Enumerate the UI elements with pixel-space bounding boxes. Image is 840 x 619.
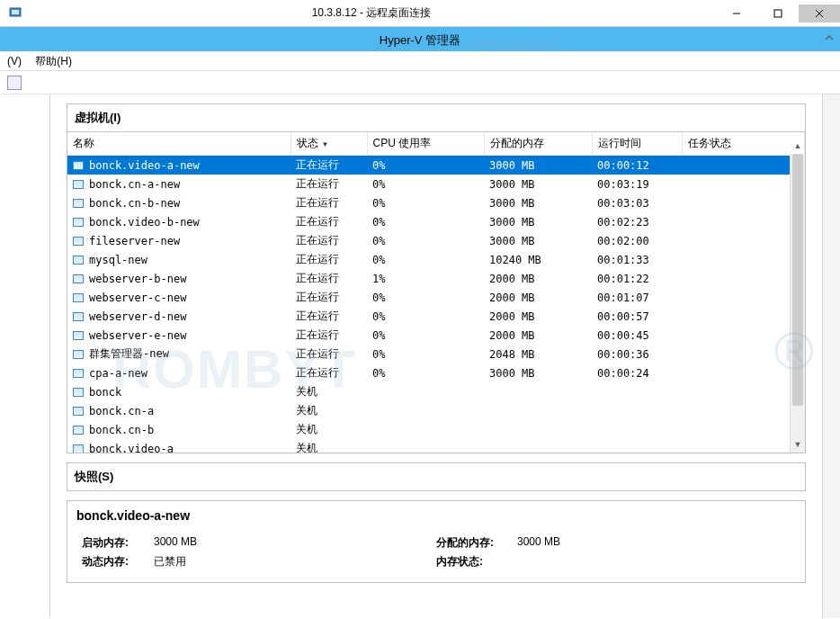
dynamic-mem-label: 动态内存: bbox=[82, 554, 154, 570]
startup-mem-label: 启动内存: bbox=[82, 535, 154, 551]
inner-titlebar: Hyper-V 管理器 bbox=[0, 27, 840, 51]
detail-title: bonck.video-a-new bbox=[67, 501, 805, 532]
menu-view[interactable]: (V) bbox=[7, 55, 22, 67]
content-pane: 虚拟机(I) 名称 状态▼ CPU 使用率 分配的内存 运行时间 任务状态 bbox=[50, 94, 822, 618]
menu-help[interactable]: 帮助(H) bbox=[35, 55, 72, 67]
table-row[interactable]: 群集管理器-new正在运行0%2048 MB00:00:36 bbox=[67, 345, 805, 363]
toolbar-button[interactable] bbox=[7, 76, 22, 90]
vm-icon bbox=[73, 407, 84, 416]
col-mem[interactable]: 分配的内存 bbox=[484, 132, 592, 156]
table-row[interactable]: fileserver-new正在运行0%3000 MB00:02:00 bbox=[67, 231, 805, 250]
col-uptime[interactable]: 运行时间 bbox=[592, 132, 682, 156]
maximize-button[interactable] bbox=[757, 4, 799, 22]
table-header-row: 名称 状态▼ CPU 使用率 分配的内存 运行时间 任务状态 bbox=[67, 132, 805, 156]
sort-indicator-icon: ▼ bbox=[322, 140, 329, 148]
table-row[interactable]: bonck.video-a关机 bbox=[67, 439, 805, 453]
table-row[interactable]: bonck.cn-a-new正在运行0%3000 MB00:03:19 bbox=[67, 175, 805, 193]
table-row[interactable]: webserver-e-new正在运行0%2000 MB00:00:45 bbox=[67, 326, 805, 345]
vm-icon bbox=[73, 444, 84, 453]
table-row[interactable]: bonck.video-b-new正在运行0%3000 MB00:02:23 bbox=[67, 212, 805, 231]
table-row[interactable]: bonck.video-a-new正在运行0%3000 MB00:00:12 bbox=[67, 156, 805, 175]
vm-icon bbox=[73, 331, 84, 340]
toolbar bbox=[0, 71, 840, 94]
scroll-up-icon[interactable]: ▲ bbox=[791, 139, 805, 154]
outer-scrollbar[interactable] bbox=[822, 94, 840, 618]
table-row[interactable]: bonck.cn-a关机 bbox=[67, 401, 805, 420]
table-row[interactable]: bonck关机 bbox=[67, 382, 805, 401]
svg-rect-1 bbox=[12, 10, 19, 14]
assigned-mem-label: 分配的内存: bbox=[436, 535, 517, 551]
table-row[interactable]: webserver-d-new正在运行0%2000 MB00:00:57 bbox=[67, 307, 805, 326]
dynamic-mem-value: 已禁用 bbox=[154, 554, 186, 570]
table-row[interactable]: mysql-new正在运行0%10240 MB00:01:33 bbox=[67, 250, 805, 269]
scroll-down-icon[interactable]: ▼ bbox=[791, 437, 805, 453]
inner-title: Hyper-V 管理器 bbox=[380, 32, 460, 51]
table-row[interactable]: bonck.cn-b关机 bbox=[67, 420, 805, 439]
window-title: 10.3.8.12 - 远程桌面连接 bbox=[27, 5, 716, 21]
vm-icon bbox=[73, 161, 84, 170]
assigned-mem-value: 3000 MB bbox=[517, 535, 560, 551]
vm-list-panel: 虚拟机(I) 名称 状态▼ CPU 使用率 分配的内存 运行时间 任务状态 bbox=[67, 103, 806, 453]
scroll-thumb[interactable] bbox=[792, 154, 803, 406]
vm-icon bbox=[73, 426, 84, 435]
vm-icon bbox=[73, 274, 84, 283]
vertical-scrollbar[interactable]: ▲ ▼ bbox=[790, 154, 805, 453]
window-titlebar: 10.3.8.12 - 远程桌面连接 bbox=[0, 0, 840, 27]
col-state[interactable]: 状态▼ bbox=[290, 132, 367, 156]
vm-icon bbox=[73, 218, 84, 227]
vm-icon bbox=[73, 350, 84, 359]
table-row[interactable]: cpa-a-new正在运行0%3000 MB00:00:24 bbox=[67, 363, 805, 382]
snapshot-panel: 快照(S) bbox=[67, 462, 806, 491]
vm-icon bbox=[73, 388, 84, 397]
vm-icon bbox=[73, 312, 84, 321]
mem-status-label: 内存状态: bbox=[436, 554, 517, 570]
table-row[interactable]: webserver-c-new正在运行0%2000 MB00:01:07 bbox=[67, 288, 805, 307]
menu-bar: (V) 帮助(H) bbox=[0, 51, 840, 71]
table-row[interactable]: webserver-b-new正在运行1%2000 MB00:01:22 bbox=[67, 269, 805, 288]
vm-icon bbox=[73, 256, 84, 265]
minimize-button[interactable] bbox=[716, 4, 757, 22]
vm-table[interactable]: 名称 状态▼ CPU 使用率 分配的内存 运行时间 任务状态 bonck.vid… bbox=[67, 132, 805, 453]
vm-icon bbox=[73, 293, 84, 302]
svg-rect-3 bbox=[774, 10, 782, 17]
left-tree-pane bbox=[0, 94, 50, 618]
col-name[interactable]: 名称 bbox=[67, 132, 290, 156]
col-cpu[interactable]: CPU 使用率 bbox=[367, 132, 484, 156]
snapshot-title: 快照(S) bbox=[67, 463, 805, 490]
vm-icon bbox=[73, 199, 84, 208]
vm-detail-panel: bonck.video-a-new 启动内存: 3000 MB 动态内存: 已禁… bbox=[67, 500, 806, 583]
vm-list-title: 虚拟机(I) bbox=[67, 104, 805, 132]
vm-icon bbox=[73, 369, 84, 378]
close-button[interactable] bbox=[799, 4, 840, 22]
vm-icon bbox=[73, 237, 84, 246]
app-icon bbox=[5, 3, 27, 24]
vm-icon bbox=[73, 180, 84, 189]
col-task[interactable]: 任务状态 bbox=[682, 132, 805, 156]
table-row[interactable]: bonck.cn-b-new正在运行0%3000 MB00:03:03 bbox=[67, 193, 805, 212]
scroll-up-arrow[interactable] bbox=[822, 32, 836, 47]
startup-mem-value: 3000 MB bbox=[154, 535, 197, 551]
